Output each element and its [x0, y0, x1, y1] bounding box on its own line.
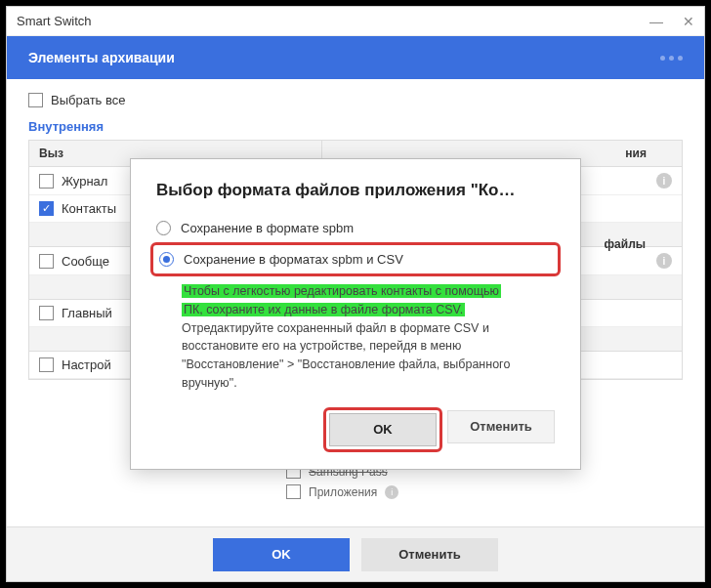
select-all-label: Выбрать все [51, 93, 125, 107]
titlebar: Smart Switch — ✕ [7, 7, 704, 36]
window-title: Smart Switch [17, 14, 92, 28]
item-checkbox[interactable] [39, 174, 54, 189]
main-window: Smart Switch — ✕ Элементы архивации Выбр… [6, 6, 705, 582]
radio-icon[interactable] [156, 221, 171, 235]
apps-partial-rows: Samsung Pass Приложенияi [286, 464, 398, 505]
cancel-button[interactable]: Отменить [361, 538, 498, 571]
info-icon[interactable]: i [385, 485, 398, 499]
option-description: Чтобы с легкостью редактировать контакты… [182, 282, 555, 393]
select-all-row[interactable]: Выбрать все [28, 93, 683, 107]
header-bar: Элементы архивации [7, 36, 704, 79]
info-icon[interactable]: i [656, 173, 672, 189]
dialog-button-bar: OK Отменить [156, 410, 555, 449]
header-title: Элементы архивации [28, 50, 175, 65]
ok-button[interactable]: OK [213, 538, 350, 571]
file-format-dialog: Выбор формата файлов приложения "Ко… Сох… [130, 158, 581, 470]
info-icon[interactable]: i [656, 253, 672, 269]
item-checkbox[interactable] [286, 484, 301, 499]
section-label: Внутренняя [28, 119, 683, 134]
files-header-text: файлы [605, 237, 646, 251]
dialog-cancel-button[interactable]: Отменить [447, 410, 555, 443]
dialog-title: Выбор формата файлов приложения "Ко… [156, 181, 555, 200]
item-checkbox[interactable] [39, 306, 54, 320]
item-checkbox[interactable] [39, 254, 54, 269]
radio-label: Сохранение в формате spbm [181, 221, 354, 235]
minimize-icon[interactable]: — [649, 14, 663, 29]
radio-icon[interactable] [159, 252, 174, 267]
item-checkbox[interactable] [39, 201, 54, 216]
radio-label: Сохранение в форматах spbm и CSV [184, 252, 403, 267]
dialog-ok-button[interactable]: OK [329, 413, 437, 446]
radio-option-spbm[interactable]: Сохранение в формате spbm [156, 218, 555, 238]
item-checkbox[interactable] [39, 357, 54, 372]
radio-option-spbm-csv[interactable]: Сохранение в форматах spbm и CSV [159, 249, 552, 270]
bottom-button-bar: OK Отменить [7, 526, 704, 581]
select-all-checkbox[interactable] [28, 93, 43, 107]
menu-dots-icon[interactable] [660, 56, 683, 61]
close-icon[interactable]: ✕ [683, 14, 694, 29]
